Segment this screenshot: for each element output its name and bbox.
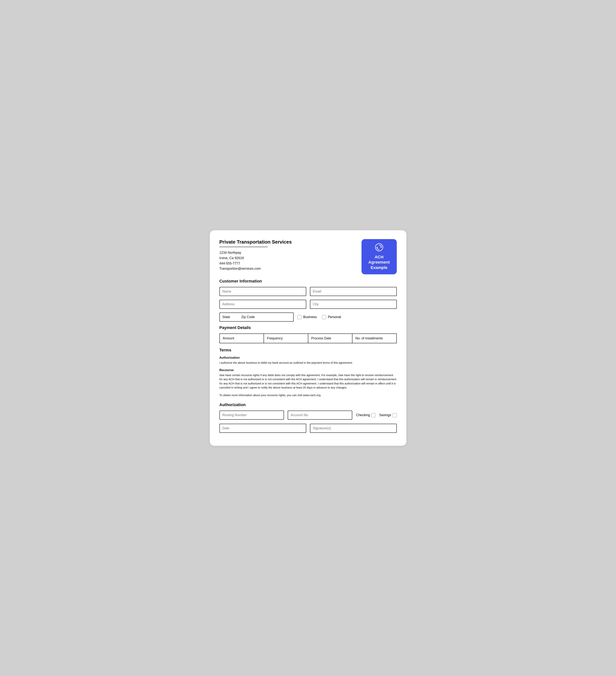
personal-checkbox-label[interactable]: Personal (322, 315, 341, 319)
address-input[interactable] (219, 300, 306, 309)
personal-checkbox[interactable] (322, 315, 326, 319)
authorization-subtitle: Authorization (219, 356, 397, 359)
name-email-row (219, 287, 397, 296)
routing-input[interactable] (219, 410, 284, 420)
header-divider (219, 247, 268, 247)
date-signature-row (219, 424, 397, 433)
logo-box: ACH Agreement Example (361, 239, 397, 274)
authorization-text: I authorize the above business to debit … (219, 361, 397, 365)
date-input[interactable] (219, 424, 306, 433)
routing-account-row: Checking Savings (219, 410, 397, 420)
account-type-checkboxes: Business Personal (297, 313, 397, 322)
savings-label: Savings (379, 413, 391, 417)
authorization-section: Authorization Checking Savings (219, 402, 397, 433)
logo-icon (375, 243, 383, 253)
company-email: Transportion@services.com (219, 266, 361, 271)
company-address-line2: Irvine, Ca 92618 (219, 256, 361, 261)
checking-label: Checking (356, 413, 370, 417)
state-zip-box: State Zip Code (219, 313, 294, 322)
address-field-wrapper (219, 300, 306, 309)
date-field-wrapper (219, 424, 306, 433)
company-phone: 444-555-7777 (219, 261, 361, 266)
state-label: State (222, 315, 230, 319)
state-zip-checkbox-row: State Zip Code Business Personal (219, 313, 397, 322)
email-field-wrapper (310, 287, 397, 296)
business-label: Business (303, 315, 317, 319)
recourse-terms: Recourse I/we have certain recourse righ… (219, 368, 397, 390)
name-field-wrapper (219, 287, 306, 296)
savings-checkbox[interactable] (393, 413, 397, 417)
account-type-auth-checkboxes: Checking Savings (356, 413, 397, 417)
amount-field[interactable]: Amount (219, 333, 264, 343)
signature-input[interactable] (310, 424, 397, 433)
terms-title: Terms (219, 348, 397, 352)
payment-details-title: Payment Details (219, 325, 397, 330)
checking-checkbox-label[interactable]: Checking (356, 413, 375, 417)
state-zip-wrapper: State Zip Code (219, 313, 294, 322)
account-field-wrapper (288, 410, 352, 420)
savings-checkbox-label[interactable]: Savings (379, 413, 397, 417)
payment-details-section: Payment Details Amount Frequency Process… (219, 325, 397, 343)
city-field-wrapper (310, 300, 397, 309)
customer-info-title: Customer Information (219, 279, 397, 284)
recourse-text: I/we have certain recourse rights if any… (219, 373, 397, 390)
city-input[interactable] (310, 300, 397, 309)
signature-field-wrapper (310, 424, 397, 433)
authorization-terms: Authorization I authorize the above busi… (219, 356, 397, 365)
business-checkbox[interactable] (297, 315, 301, 319)
account-input[interactable] (288, 410, 352, 420)
installments-field[interactable]: No. of installments (352, 333, 397, 343)
recourse-subtitle: Recourse (219, 368, 397, 372)
logo-text: ACH Agreement Example (364, 255, 394, 271)
company-info: Private Transportation Services 1234 Nor… (219, 239, 361, 271)
company-name: Private Transportation Services (219, 239, 361, 245)
business-checkbox-label[interactable]: Business (297, 315, 317, 319)
checking-checkbox[interactable] (371, 413, 375, 417)
zip-label: Zip Code (241, 315, 255, 319)
payment-fields-row: Amount Frequency Process Date No. of ins… (219, 333, 397, 343)
main-card: Private Transportation Services 1234 Nor… (210, 230, 406, 446)
authorization-title: Authorization (219, 402, 397, 407)
personal-label: Personal (328, 315, 341, 319)
terms-section: Terms Authorization I authorize the abov… (219, 348, 397, 397)
address-city-row (219, 300, 397, 309)
svg-point-0 (375, 243, 383, 251)
company-address-line1: 1234 Northpay (219, 250, 361, 256)
routing-field-wrapper (219, 410, 284, 420)
frequency-field[interactable]: Frequency (264, 333, 308, 343)
header-row: Private Transportation Services 1234 Nor… (219, 239, 397, 274)
customer-info-section: Customer Information State Zip Code (219, 279, 397, 322)
recourse-footer: To obtain more information about your re… (219, 393, 397, 397)
name-input[interactable] (219, 287, 306, 296)
email-input[interactable] (310, 287, 397, 296)
process-date-field[interactable]: Process Date (308, 333, 353, 343)
